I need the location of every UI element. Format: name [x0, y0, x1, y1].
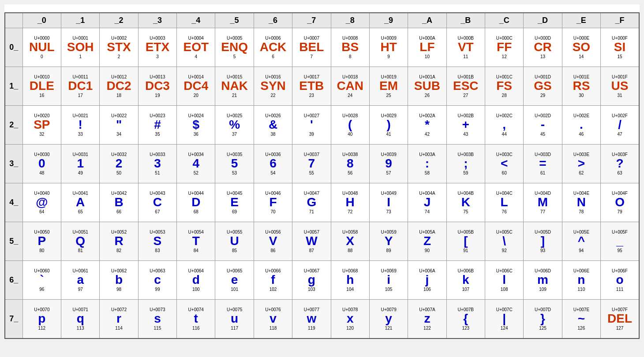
char-symbol: 0 — [23, 157, 60, 171]
char-symbol: STX — [100, 41, 137, 54]
decimal-value: 65 — [62, 209, 99, 214]
char-symbol: # — [139, 118, 176, 132]
char-symbol: ` — [23, 273, 60, 287]
ascii-cell: U+0020SP32 — [22, 106, 61, 145]
decimal-value: 55 — [293, 171, 330, 175]
decimal-value: 62 — [563, 171, 600, 175]
char-symbol: DC1 — [62, 79, 99, 93]
decimal-value: 42 — [408, 132, 446, 137]
decimal-value: 34 — [100, 132, 137, 137]
ascii-cell: U+0000NUL0 — [22, 28, 61, 67]
decimal-value: 48 — [23, 171, 60, 175]
ascii-cell: U+0045E69 — [215, 183, 254, 222]
ascii-cell: U+001ASUB26 — [408, 67, 446, 106]
decimal-value: 29 — [524, 93, 561, 98]
ascii-cell: U+001ERS30 — [562, 67, 600, 106]
char-symbol: SYN — [255, 79, 292, 93]
decimal-value: 40 — [332, 132, 369, 137]
decimal-value: 67 — [139, 209, 176, 214]
decimal-value: 53 — [216, 171, 253, 175]
col-header: _D — [524, 13, 562, 28]
char-symbol: F — [255, 196, 292, 209]
char-symbol: j — [408, 273, 446, 287]
char-symbol: NUL — [23, 41, 60, 54]
decimal-value: 76 — [486, 209, 523, 214]
char-symbol: BS — [332, 41, 369, 54]
ascii-cell: U+001CFS28 — [485, 67, 523, 106]
char-symbol: I — [370, 196, 407, 209]
decimal-value: 7 — [293, 54, 330, 59]
decimal-value: 16 — [23, 93, 60, 98]
char-symbol: 2 — [100, 157, 137, 171]
decimal-value: 36 — [177, 132, 214, 137]
ascii-cell: U+0075u117 — [215, 300, 254, 338]
char-symbol: Y — [370, 234, 407, 248]
ascii-cell: U+0070p112 — [22, 300, 61, 338]
ascii-cell: U+0044D68 — [177, 183, 215, 222]
decimal-value: 37 — [216, 132, 253, 137]
ascii-cell: U+0042B66 — [100, 183, 138, 222]
ascii-cell: U+0014DC420 — [177, 67, 215, 106]
char-symbol: ~ — [563, 312, 600, 326]
ascii-cell: U+006Bk107 — [446, 261, 485, 300]
ascii-cell: U+006Aj106 — [408, 261, 446, 300]
ascii-cell: U+0047G71 — [292, 183, 331, 222]
ascii-cell: U+000CFF12 — [485, 28, 523, 67]
decimal-value: 75 — [447, 209, 484, 214]
ascii-cell: U+0043C67 — [138, 183, 176, 222]
char-symbol: d — [177, 273, 214, 287]
char-symbol: DEL — [601, 312, 638, 326]
ascii-cell: U+0007BEL7 — [292, 28, 331, 67]
ascii-cell: U+004DM77 — [524, 183, 562, 222]
char-symbol: $ — [177, 118, 214, 132]
char-symbol: B — [100, 196, 137, 209]
decimal-value: 96 — [23, 287, 60, 292]
decimal-value: 71 — [293, 209, 330, 214]
ascii-cell: U+002E.46 — [562, 106, 600, 145]
char-symbol: - — [524, 118, 561, 132]
row-header: 2_ — [5, 106, 22, 145]
col-header: _3 — [138, 13, 176, 28]
char-symbol: f — [255, 273, 292, 287]
decimal-value: 58 — [408, 171, 446, 175]
char-symbol: FS — [486, 79, 523, 93]
decimal-value: 108 — [486, 287, 523, 292]
ascii-cell: U+0006ACK6 — [254, 28, 292, 67]
ascii-cell: U+0015NAK21 — [215, 67, 254, 106]
decimal-value: 46 — [563, 132, 600, 137]
char-symbol: s — [139, 312, 176, 326]
col-header: _7 — [292, 13, 331, 28]
ascii-cell: U+0004EOT4 — [177, 28, 215, 67]
char-symbol: i — [370, 273, 407, 287]
decimal-value: 61 — [524, 171, 561, 175]
row-header: 3_ — [5, 145, 22, 183]
char-symbol: M — [524, 196, 561, 209]
decimal-value: 77 — [524, 209, 561, 214]
ascii-cell: U+0057W87 — [292, 222, 331, 261]
char-symbol: 6 — [255, 157, 292, 171]
decimal-value: 99 — [139, 287, 176, 292]
ascii-cell: U+0016SYN22 — [254, 67, 292, 106]
decimal-value: 6 — [255, 54, 292, 59]
decimal-value: 30 — [563, 93, 600, 98]
char-symbol: N — [563, 196, 600, 209]
ascii-cell: U+0034452 — [177, 145, 215, 183]
char-symbol: GS — [524, 79, 561, 93]
col-header: _E — [562, 13, 600, 28]
page-title — [4, 4, 640, 12]
char-symbol: ( — [332, 118, 369, 132]
decimal-value: 90 — [408, 248, 446, 253]
col-header: _9 — [369, 13, 408, 28]
decimal-value: 9 — [370, 54, 407, 59]
ascii-cell: U+0055U85 — [215, 222, 254, 261]
ascii-cell: U+0063c99 — [138, 261, 176, 300]
decimal-value: 74 — [408, 209, 446, 214]
decimal-value: 12 — [486, 54, 523, 59]
ascii-cell: U+004AJ74 — [408, 183, 446, 222]
decimal-value: 120 — [332, 326, 369, 331]
ascii-cell: U+0030048 — [22, 145, 61, 183]
decimal-value: 86 — [255, 248, 292, 253]
ascii-cell: U+0064d100 — [177, 261, 215, 300]
ascii-cell: U+001FUS31 — [601, 67, 639, 106]
decimal-value: 32 — [23, 132, 60, 137]
